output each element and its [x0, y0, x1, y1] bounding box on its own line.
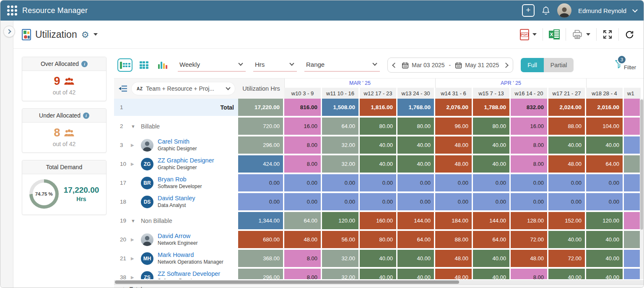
- week-value-cell[interactable]: 0.00: [284, 193, 321, 210]
- utilization-value-cell[interactable]: 0.00: [238, 174, 283, 191]
- partial-value-cell[interactable]: [624, 231, 641, 248]
- week-value-cell[interactable]: 40.00: [548, 136, 585, 154]
- week-column-header[interactable]: w15 7 - 13: [473, 88, 509, 99]
- week-value-cell[interactable]: 0.00: [322, 174, 358, 191]
- partial-value-cell[interactable]: [624, 193, 641, 210]
- week-value-cell[interactable]: 8.00: [284, 136, 321, 154]
- week-value-cell[interactable]: 0.00: [473, 174, 509, 191]
- week-value-cell[interactable]: 40.00: [586, 250, 623, 267]
- unit-select[interactable]: Hrs: [253, 59, 297, 72]
- grid-footer-total-bar[interactable]: ▲ Total: [114, 284, 644, 288]
- week-value-cell[interactable]: 40.00: [360, 136, 396, 154]
- vertical-scrollbar[interactable]: [640, 99, 644, 279]
- print-button[interactable]: [572, 29, 590, 39]
- resource-name-link[interactable]: Carel Smith: [158, 138, 197, 145]
- week-value-cell[interactable]: 0.00: [397, 193, 434, 210]
- week-value-cell[interactable]: 0.00: [397, 174, 434, 191]
- week-value-cell[interactable]: 184.00: [435, 212, 472, 229]
- week-value-cell[interactable]: 96.00: [435, 118, 472, 135]
- week-value-cell[interactable]: 40.00: [586, 269, 623, 279]
- week-value-cell[interactable]: 48.00: [548, 155, 585, 173]
- week-value-cell[interactable]: 64.00: [322, 118, 358, 135]
- week-value-cell[interactable]: 64.00: [397, 231, 434, 248]
- week-value-cell[interactable]: 40.00: [473, 136, 509, 154]
- week-value-cell[interactable]: 160.00: [360, 212, 396, 229]
- week-value-cell[interactable]: 1,768.00: [397, 99, 434, 116]
- week-value-cell[interactable]: 32.00: [322, 269, 358, 279]
- week-value-cell[interactable]: 0.00: [511, 174, 547, 191]
- week-value-cell[interactable]: 144.00: [473, 212, 509, 229]
- week-value-cell[interactable]: 104.00: [586, 118, 623, 135]
- resource-name-link[interactable]: David Arrow: [158, 233, 197, 240]
- week-value-cell[interactable]: 2,076.00: [435, 99, 472, 116]
- week-column-header[interactable]: w11 10 - 16: [322, 88, 358, 99]
- week-value-cell[interactable]: 40.00: [473, 155, 509, 173]
- week-value-cell[interactable]: 144.00: [397, 212, 434, 229]
- user-avatar[interactable]: [557, 3, 571, 18]
- week-value-cell[interactable]: 152.00: [548, 212, 585, 229]
- partial-value-cell[interactable]: [624, 269, 641, 279]
- utilization-value-cell[interactable]: 0.00: [238, 193, 283, 210]
- export-excel-button[interactable]: X: [549, 29, 560, 40]
- week-value-cell[interactable]: 48.00: [435, 250, 472, 267]
- week-value-cell[interactable]: 48.00: [435, 155, 472, 173]
- row-expander-icon[interactable]: ▶: [131, 237, 141, 242]
- app-launcher-icon[interactable]: [7, 5, 17, 16]
- week-value-cell[interactable]: 0.00: [548, 174, 585, 191]
- week-value-cell[interactable]: 0.00: [548, 193, 585, 210]
- info-icon[interactable]: i: [81, 61, 88, 67]
- partial-value-cell[interactable]: [624, 250, 641, 267]
- week-value-cell[interactable]: 80.00: [360, 118, 396, 135]
- resource-name-link[interactable]: ZZ Graphic Designer: [158, 157, 214, 164]
- week-value-cell[interactable]: 64.00: [473, 231, 509, 248]
- vertical-scrollbar-thumb[interactable]: [640, 99, 643, 230]
- row-expander-icon[interactable]: ▶: [131, 143, 141, 147]
- expand-panel-button[interactable]: [3, 26, 15, 37]
- week-column-header[interactable]: w14 31 - 6: [435, 88, 472, 99]
- partial-value-cell[interactable]: [624, 174, 641, 191]
- week-column-header[interactable]: w16 14 - 20: [511, 88, 547, 99]
- utilization-value-cell[interactable]: 17,220.00: [238, 99, 283, 116]
- range-select[interactable]: Range: [304, 59, 380, 72]
- week-value-cell[interactable]: 16.00: [511, 118, 547, 135]
- week-value-cell[interactable]: 8.00: [284, 269, 321, 279]
- week-value-cell[interactable]: 40.00: [397, 250, 434, 267]
- week-value-cell[interactable]: 40.00: [586, 231, 623, 248]
- refresh-button[interactable]: [625, 30, 634, 39]
- week-column-header[interactable]: w17 21 - 27: [548, 88, 585, 99]
- week-value-cell[interactable]: 16.00: [284, 118, 321, 135]
- horizontal-scrollbar[interactable]: [114, 280, 644, 284]
- partial-value-cell[interactable]: [624, 212, 641, 229]
- expand-all-icon[interactable]: [118, 85, 127, 92]
- week-column-header[interactable]: w10 3 - 9: [284, 88, 321, 99]
- view-toggle-chart[interactable]: [155, 58, 170, 72]
- week-value-cell[interactable]: 8.00: [511, 155, 547, 173]
- settings-gear-icon[interactable]: ⚙: [81, 30, 89, 39]
- grouping-select[interactable]: AZ Team + Resource + Proj...: [132, 82, 235, 95]
- week-value-cell[interactable]: 8.00: [284, 155, 321, 173]
- row-expander-icon[interactable]: ▶: [131, 256, 141, 261]
- partial-value-cell[interactable]: [624, 99, 641, 116]
- filter-button[interactable]: 3 Filter: [615, 60, 638, 71]
- resource-name-link[interactable]: David Stanley: [158, 195, 195, 202]
- utilization-value-cell[interactable]: 296.00: [238, 136, 283, 154]
- resource-name-link[interactable]: Bryan Rob: [158, 176, 202, 183]
- week-value-cell[interactable]: 40.00: [397, 136, 434, 154]
- week-value-cell[interactable]: 32.00: [322, 136, 358, 154]
- week-value-cell[interactable]: 816.00: [284, 99, 321, 116]
- week-value-cell[interactable]: 40.00: [548, 231, 585, 248]
- week-value-cell[interactable]: 120.00: [322, 212, 358, 229]
- week-value-cell[interactable]: 48.00: [284, 231, 321, 248]
- partial-value-cell[interactable]: [624, 136, 641, 154]
- week-value-cell[interactable]: 1,508.00: [322, 99, 358, 116]
- utilization-value-cell[interactable]: 296.00: [238, 269, 283, 279]
- week-value-cell[interactable]: 8.00: [511, 136, 547, 154]
- utilization-value-cell[interactable]: 680.00: [238, 231, 283, 248]
- week-column-header[interactable]: w12 17 - 23: [360, 88, 396, 99]
- week-value-cell[interactable]: 64.00: [586, 155, 623, 173]
- week-value-cell[interactable]: 40.00: [473, 250, 509, 267]
- week-value-cell[interactable]: 1,788.00: [473, 99, 509, 116]
- week-value-cell[interactable]: 88.00: [435, 231, 472, 248]
- pdf-caret-icon[interactable]: [532, 33, 537, 36]
- week-value-cell[interactable]: 2,024.00: [548, 99, 585, 116]
